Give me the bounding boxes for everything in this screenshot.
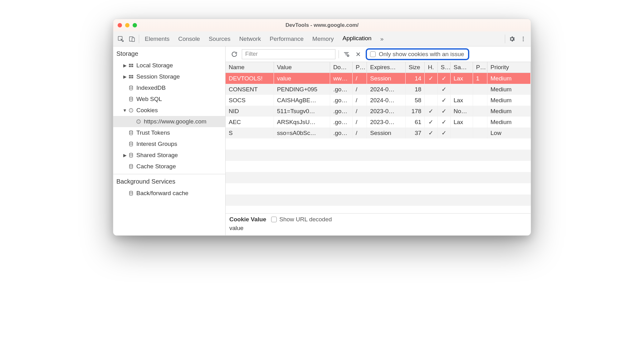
column-header[interactable]: Do… [330, 62, 352, 73]
cell-size: 178 [405, 106, 425, 117]
sidebar-item-web-sql[interactable]: Web SQL [113, 94, 225, 105]
inspect-element-icon[interactable] [115, 33, 126, 45]
cell-domain: .go… [330, 95, 352, 106]
only-issues-checkbox[interactable] [370, 51, 376, 57]
svg-point-4 [523, 38, 524, 39]
minimize-window-button[interactable] [125, 23, 129, 27]
column-header[interactable]: Name [226, 62, 274, 73]
svg-point-27 [129, 142, 133, 143]
table-row[interactable]: DEVTOOLS!valueww…/Session14✓✓Lax1Medium [226, 73, 531, 84]
svg-point-14 [129, 86, 133, 87]
tab-sources[interactable]: Sources [204, 31, 235, 46]
close-window-button[interactable] [118, 23, 122, 27]
show-url-decoded-label: Show URL decoded [279, 216, 332, 223]
table-row[interactable]: CONSENTPENDING+095.go…/2024-0…18✓Medium [226, 84, 531, 95]
device-toolbar-icon[interactable] [126, 33, 138, 45]
cell-http [425, 95, 437, 106]
grid-icon [128, 63, 134, 68]
sidebar-item-label: Cache Storage [136, 163, 176, 170]
sidebar-item-interest-groups[interactable]: Interest Groups [113, 138, 225, 150]
tab-elements[interactable]: Elements [140, 31, 174, 46]
cookies-table[interactable]: NameValueDo…P…Expires…SizeH.S…Sa…P…Prior… [226, 62, 531, 138]
svg-point-20 [132, 111, 132, 111]
background-services-header: Background Services [113, 174, 225, 188]
refresh-icon[interactable] [230, 50, 239, 59]
column-header[interactable]: Value [274, 62, 330, 73]
sidebar-item-session-storage[interactable]: ▶Session Storage [113, 71, 225, 82]
tab-memory[interactable]: Memory [308, 31, 338, 46]
cell-samesite: Lax [450, 73, 473, 84]
cookies-table-wrap: NameValueDo…P…Expires…SizeH.S…Sa…P…Prior… [226, 62, 531, 213]
cell-priority: Medium [487, 84, 531, 95]
cell-http: ✓ [425, 106, 437, 117]
tab-console[interactable]: Console [174, 31, 204, 46]
cell-value: sso=sA0bSc… [274, 127, 330, 138]
db-icon [128, 152, 134, 158]
svg-rect-8 [129, 66, 131, 67]
tab-application[interactable]: Application [338, 31, 376, 46]
only-issues-checkbox-group[interactable]: Only show cookies with an issue [366, 48, 469, 60]
column-header[interactable]: P… [473, 62, 487, 73]
cell-value: PENDING+095 [274, 84, 330, 95]
cell-name: AEC [226, 117, 274, 127]
column-header[interactable]: Priority [487, 62, 531, 73]
cell-samesite [450, 84, 473, 95]
column-header[interactable]: P… [352, 62, 367, 73]
cell-expires: 2023-0… [367, 106, 405, 117]
tabs-overflow-button[interactable]: » [376, 31, 388, 46]
show-url-decoded-toggle[interactable]: Show URL decoded [271, 216, 332, 223]
column-header[interactable]: S… [437, 62, 450, 73]
table-row[interactable]: AECARSKqsJsU….go…/2023-0…61✓✓LaxMedium [226, 117, 531, 127]
cookies-toolbar: Only show cookies with an issue [226, 46, 531, 62]
caret-icon: ▶ [123, 153, 127, 158]
storage-section-header: Storage [113, 46, 225, 60]
sidebar-item-https-www-google-com[interactable]: https://www.google.com [113, 116, 225, 127]
show-url-decoded-checkbox[interactable] [271, 217, 277, 222]
column-header[interactable]: Sa… [450, 62, 473, 73]
divider [139, 35, 139, 43]
cell-name: DEVTOOLS! [226, 73, 274, 84]
cell-secure: ✓ [437, 127, 450, 138]
sidebar-item-back-forward-cache[interactable]: Back/forward cache [113, 188, 225, 199]
cell-samesite [450, 127, 473, 138]
table-row[interactable]: Ssso=sA0bSc….go…/Session37✓✓Low [226, 127, 531, 138]
tab-performance[interactable]: Performance [265, 31, 308, 46]
clear-filter-icon[interactable] [342, 50, 351, 59]
sidebar-item-cache-storage[interactable]: Cache Storage [113, 161, 225, 172]
filter-input[interactable] [242, 49, 335, 59]
cookie-icon [128, 108, 134, 113]
sidebar-item-label: Cookies [136, 107, 158, 114]
sidebar-item-label: Interest Groups [136, 141, 177, 147]
cookie-value-label: Cookie Value [229, 216, 266, 223]
cell-name: NID [226, 106, 274, 117]
cell-samesite: Lax [450, 117, 473, 127]
sidebar-item-indexeddb[interactable]: IndexedDB [113, 82, 225, 94]
sidebar-item-shared-storage[interactable]: ▶Shared Storage [113, 150, 225, 161]
cell-path: / [352, 84, 367, 95]
kebab-menu-icon[interactable] [518, 33, 529, 45]
svg-point-16 [129, 108, 133, 112]
cell-domain: .go… [330, 127, 352, 138]
cell-priority: Medium [487, 117, 531, 127]
sidebar-item-cookies[interactable]: ▼Cookies [113, 105, 225, 116]
svg-point-24 [138, 122, 139, 123]
column-header[interactable]: Size [405, 62, 425, 73]
table-row[interactable]: NID511=Tsugv0….go…/2023-0…178✓✓No…Medium [226, 106, 531, 117]
cell-name: CONSENT [226, 84, 274, 95]
sidebar-item-local-storage[interactable]: ▶Local Storage [113, 60, 225, 71]
table-header-row[interactable]: NameValueDo…P…Expires…SizeH.S…Sa…P…Prior… [226, 62, 531, 73]
settings-icon[interactable] [506, 33, 518, 45]
svg-rect-11 [131, 75, 133, 77]
column-header[interactable]: Expires… [367, 62, 405, 73]
titlebar: DevTools - www.google.com/ [113, 19, 531, 31]
sidebar-item-label: Back/forward cache [136, 190, 188, 197]
tab-network[interactable]: Network [235, 31, 266, 46]
clear-all-icon[interactable] [354, 50, 363, 59]
zoom-window-button[interactable] [133, 23, 137, 27]
cell-path: / [352, 127, 367, 138]
table-row[interactable]: SOCSCAISHAgBE….go…/2024-0…58✓LaxMedium [226, 95, 531, 106]
sidebar-item-trust-tokens[interactable]: Trust Tokens [113, 127, 225, 138]
column-header[interactable]: H. [425, 62, 437, 73]
cookie-icon [135, 119, 142, 124]
toolbar-divider [339, 50, 339, 58]
